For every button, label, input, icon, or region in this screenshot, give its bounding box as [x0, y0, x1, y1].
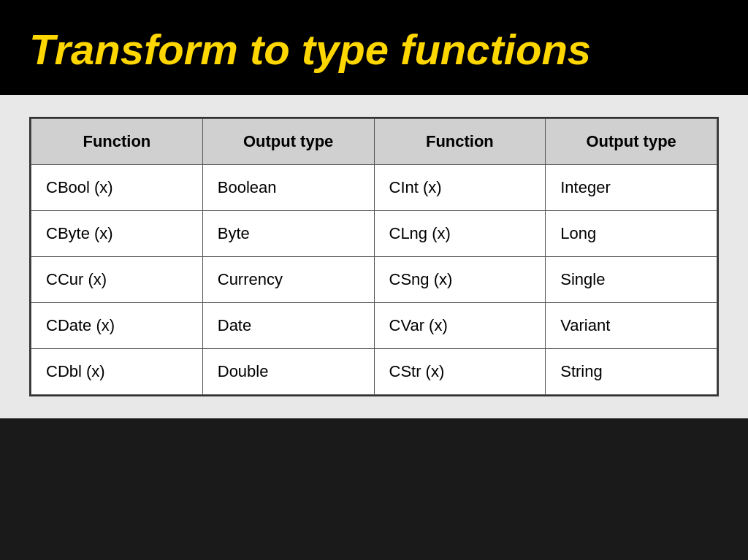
functions-table: Function Output type Function Output typ… — [31, 118, 717, 395]
table-row: CBool (x)BooleanCInt (x)Integer — [31, 165, 717, 211]
cell-row0-col1: Boolean — [202, 165, 374, 211]
col-header-function-1: Function — [31, 119, 203, 165]
table-row: CCur (x)CurrencyCSng (x)Single — [31, 257, 717, 303]
page-title: Transform to type functions — [29, 26, 591, 73]
cell-row2-col0: CCur (x) — [31, 257, 203, 303]
col-header-output-2: Output type — [546, 119, 717, 165]
cell-row2-col1: Currency — [202, 257, 374, 303]
cell-row1-col3: Long — [546, 211, 717, 257]
cell-row3-col1: Date — [202, 303, 374, 349]
table-row: CDate (x)DateCVar (x)Variant — [31, 303, 717, 349]
cell-row4-col3: String — [546, 349, 717, 395]
cell-row1-col0: CByte (x) — [31, 211, 203, 257]
cell-row0-col3: Integer — [546, 165, 717, 211]
cell-row4-col0: CDbl (x) — [31, 349, 203, 395]
cell-row3-col2: CVar (x) — [374, 303, 546, 349]
cell-row3-col0: CDate (x) — [31, 303, 203, 349]
page-header: Transform to type functions — [0, 0, 748, 95]
cell-row0-col2: CInt (x) — [374, 165, 546, 211]
content-area: Function Output type Function Output typ… — [0, 95, 748, 418]
cell-row4-col2: CStr (x) — [374, 349, 546, 395]
cell-row4-col1: Double — [202, 349, 374, 395]
table-row: CByte (x)ByteCLng (x)Long — [31, 211, 717, 257]
cell-row2-col2: CSng (x) — [374, 257, 546, 303]
cell-row3-col3: Variant — [546, 303, 717, 349]
table-wrapper: Function Output type Function Output typ… — [29, 117, 719, 396]
table-row: CDbl (x)DoubleCStr (x)String — [31, 349, 717, 395]
cell-row1-col2: CLng (x) — [374, 211, 546, 257]
col-header-output-1: Output type — [202, 119, 374, 165]
table-header-row: Function Output type Function Output typ… — [31, 119, 717, 165]
col-header-function-2: Function — [374, 119, 546, 165]
cell-row0-col0: CBool (x) — [31, 165, 203, 211]
cell-row1-col1: Byte — [202, 211, 374, 257]
cell-row2-col3: Single — [546, 257, 717, 303]
